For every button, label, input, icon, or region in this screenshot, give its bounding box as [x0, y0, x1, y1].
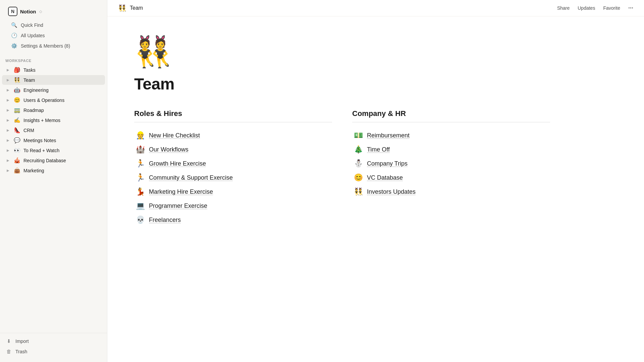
sidebar-item-meetings-notes[interactable]: ▶ 💬 Meetings Notes [2, 135, 105, 145]
sidebar-bottom: ⬇ Import 🗑 Trash [0, 333, 107, 362]
sidebar-item-insights-memos[interactable]: ▶ ✍️ Insights + Memos [2, 115, 105, 125]
sidebar-item-emoji: 👠 [13, 127, 21, 133]
sidebar-item-import[interactable]: ⬇ Import [2, 336, 105, 346]
list-item[interactable]: 💵 Reimbursement [352, 129, 550, 142]
sidebar-item-label: Roadmap [23, 108, 44, 113]
sidebar-item-label: Team [23, 77, 35, 83]
sidebar-item-emoji: 👜 [13, 167, 21, 174]
link-emoji: 👯 [354, 187, 363, 196]
link-emoji: 🏃 [136, 173, 145, 182]
sidebar-item-label: Tasks [23, 67, 36, 73]
list-item[interactable]: 💻 Programmer Exercise [134, 199, 332, 212]
topbar-page-title: Team [130, 5, 143, 11]
list-item[interactable]: 👯 Investors Updates [352, 185, 550, 198]
list-item[interactable]: 🏰 Our Workflows [134, 143, 332, 156]
sidebar-item-settings[interactable]: ⚙️ Settings & Members (8) [7, 41, 100, 51]
favorite-button[interactable]: Favorite [603, 5, 620, 11]
sidebar-item-emoji: ✍️ [13, 117, 21, 123]
notion-logo-row[interactable]: N Notion ◇ [5, 4, 102, 19]
list-item[interactable]: 💀 Freelancers [134, 214, 332, 226]
link-emoji: 🏰 [136, 145, 145, 154]
link-emoji: ⛄ [354, 159, 363, 168]
sidebar-item-label: Import [15, 339, 29, 344]
chevron-right-icon: ▶ [5, 108, 11, 112]
sidebar-item-emoji: 👀 [13, 147, 21, 154]
chevron-right-icon: ▶ [5, 138, 11, 142]
sidebar-item-trash[interactable]: 🗑 Trash [2, 347, 105, 356]
company-hr-list: 💵 Reimbursement 🎄 Time Off ⛄ Company Tri… [352, 129, 550, 198]
sidebar-item-label: Meetings Notes [23, 138, 56, 143]
sidebar-item-team[interactable]: ▶ 👯 Team [2, 75, 105, 85]
link-label: Community & Support Exercise [149, 174, 233, 181]
chevron-right-icon: ▶ [5, 118, 11, 122]
search-icon: 🔍 [11, 22, 17, 28]
link-label: New Hire Checklist [149, 132, 200, 139]
more-menu-button[interactable]: ··· [628, 5, 633, 12]
topbar: 👯 Team Share Updates Favorite ··· [107, 0, 644, 16]
sidebar-item-quick-find[interactable]: 🔍 Quick Find [7, 20, 100, 30]
sidebar-item-label: All Updates [21, 33, 45, 38]
list-item[interactable]: 💃 Marketing Hire Exercise [134, 185, 332, 198]
sidebar-item-label: Users & Operations [23, 98, 64, 103]
link-label: VC Database [367, 174, 403, 181]
sidebar-item-users-operations[interactable]: ▶ 😊 Users & Operations [2, 95, 105, 105]
page-content: 👯 Team Roles & Hires 👷 New Hire Checklis… [107, 16, 577, 253]
sidebar-item-roadmap[interactable]: ▶ 🚃 Roadmap [2, 105, 105, 115]
link-emoji: 😊 [354, 173, 363, 182]
section-divider [352, 122, 550, 122]
list-item[interactable]: 🏃 Growth Hire Exercise [134, 157, 332, 170]
link-label: Reimbursement [367, 132, 410, 139]
link-emoji: 💃 [136, 187, 145, 196]
main-content: 👯 Team Share Updates Favorite ··· 👯 Team… [107, 0, 644, 362]
sidebar-item-engineering[interactable]: ▶ 🤖 Engineering [2, 85, 105, 95]
share-button[interactable]: Share [557, 5, 570, 11]
topbar-page-emoji: 👯 [118, 4, 126, 12]
sidebar-item-emoji: 👯 [13, 77, 21, 83]
list-item[interactable]: ⛄ Company Trips [352, 157, 550, 170]
sidebar-item-all-updates[interactable]: 🕐 All Updates [7, 31, 100, 41]
clock-icon: 🕐 [11, 33, 17, 39]
sidebar-item-emoji: 🎪 [13, 157, 21, 164]
page-hero-emoji: 👯 [134, 37, 550, 67]
list-item[interactable]: 👷 New Hire Checklist [134, 129, 332, 142]
list-item[interactable]: 🏃 Community & Support Exercise [134, 171, 332, 184]
workspace-items: ▶ 🎒 Tasks ▶ 👯 Team ▶ 🤖 Engineering ▶ 😊 U… [0, 65, 107, 176]
sidebar-item-marketing[interactable]: ▶ 👜 Marketing [2, 166, 105, 175]
sidebar-item-label: Engineering [23, 87, 49, 93]
sidebar-item-label: Recruiting Database [23, 158, 66, 163]
sidebar-item-label: Quick Find [21, 22, 43, 28]
sidebar-item-label: Marketing [23, 168, 44, 173]
gear-icon: ⚙️ [11, 43, 17, 49]
sidebar-item-label: Insights + Memos [23, 118, 60, 123]
link-emoji: 💵 [354, 131, 363, 140]
chevron-right-icon: ▶ [5, 159, 11, 162]
link-label: Programmer Exercise [149, 202, 207, 209]
notion-icon: N [8, 7, 17, 16]
sidebar-item-label: To Read + Watch [23, 148, 59, 153]
link-label: Investors Updates [367, 188, 416, 195]
sidebar-item-tasks[interactable]: ▶ 🎒 Tasks [2, 65, 105, 75]
sidebar-item-to-read-watch[interactable]: ▶ 👀 To Read + Watch [2, 145, 105, 155]
sidebar-item-emoji: 🤖 [13, 87, 21, 93]
link-label: Growth Hire Exercise [149, 160, 206, 167]
list-item[interactable]: 😊 VC Database [352, 171, 550, 184]
section-heading-company-hr: Company & HR [352, 109, 550, 118]
link-emoji: 🏃 [136, 159, 145, 168]
topbar-left: 👯 Team [118, 4, 143, 12]
link-label: Our Workflows [149, 146, 189, 153]
sidebar-item-label: Settings & Members (8) [21, 43, 70, 49]
section-company-hr: Company & HR 💵 Reimbursement 🎄 Time Off … [352, 109, 550, 226]
sidebar-item-recruiting-database[interactable]: ▶ 🎪 Recruiting Database [2, 156, 105, 165]
section-heading-roles-hires: Roles & Hires [134, 109, 332, 118]
list-item[interactable]: 🎄 Time Off [352, 143, 550, 156]
chevron-right-icon: ▶ [5, 78, 11, 82]
section-divider [134, 122, 332, 122]
trash-icon: 🗑 [5, 349, 12, 354]
topbar-right: Share Updates Favorite ··· [557, 5, 633, 12]
section-roles-hires: Roles & Hires 👷 New Hire Checklist 🏰 Our… [134, 109, 332, 226]
chevron-right-icon: ▶ [5, 128, 11, 132]
link-label: Company Trips [367, 160, 408, 167]
page-title: Team [134, 75, 550, 93]
updates-button[interactable]: Updates [578, 5, 595, 11]
sidebar-item-crm[interactable]: ▶ 👠 CRM [2, 125, 105, 135]
